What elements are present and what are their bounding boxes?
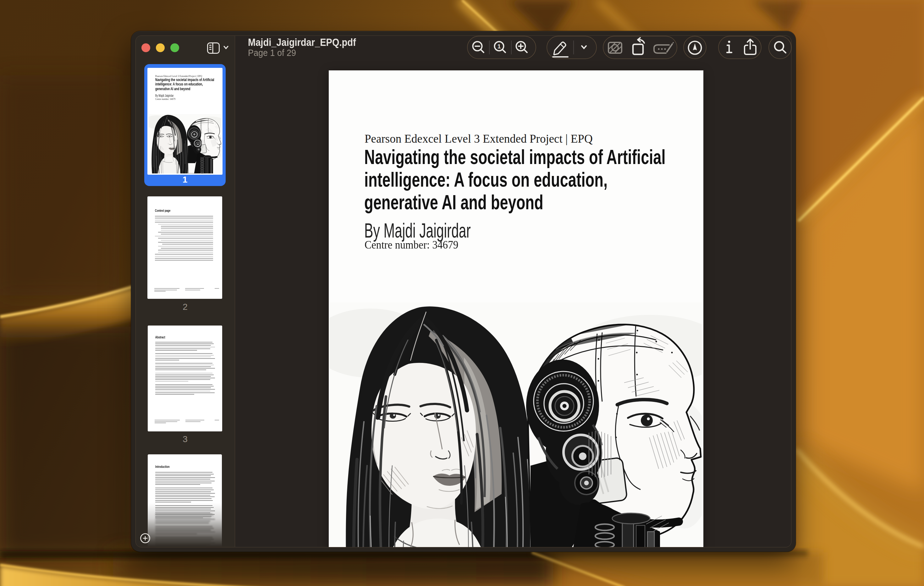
svg-text:1: 1	[498, 43, 501, 49]
